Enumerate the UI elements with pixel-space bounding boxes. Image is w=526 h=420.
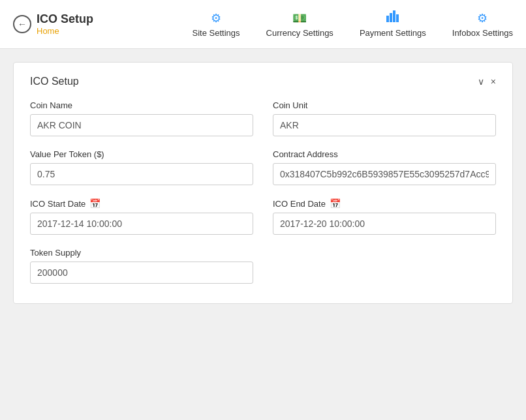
contract-address-input[interactable] xyxy=(273,163,496,185)
contract-address-label: Contract Address xyxy=(273,149,496,159)
ico-start-date-label: ICO Start Date 📅 xyxy=(30,198,253,209)
svg-rect-1 xyxy=(390,13,392,22)
coin-unit-label: Coin Unit xyxy=(273,100,496,110)
ico-setup-card: ICO Setup ∨ × Coin Name Coin Unit Value … xyxy=(13,62,513,304)
chart-icon xyxy=(386,10,399,25)
nav-infobox-settings[interactable]: ⚙ Infobox Settings xyxy=(452,11,513,38)
nav-payment-settings[interactable]: Payment Settings xyxy=(360,10,426,38)
ico-start-date-group: ICO Start Date 📅 xyxy=(30,198,253,235)
infobox-icon: ⚙ xyxy=(477,11,487,25)
coin-name-group: Coin Name xyxy=(30,100,253,136)
header: ← ICO Setup Home ⚙ Site Settings 💵 Curre… xyxy=(0,0,526,49)
ico-end-date-group: ICO End Date 📅 xyxy=(273,198,496,235)
form-grid: Coin Name Coin Unit Value Per Token ($) … xyxy=(30,100,496,284)
nav-payment-settings-label: Payment Settings xyxy=(360,28,426,38)
svg-rect-3 xyxy=(396,14,399,22)
header-title-group: ICO Setup Home xyxy=(37,12,93,36)
calendar-icon-end: 📅 xyxy=(330,198,341,209)
coin-name-input[interactable] xyxy=(30,114,253,136)
token-supply-group: Token Supply xyxy=(30,248,253,284)
ico-start-date-input[interactable] xyxy=(30,213,253,235)
nav-site-settings[interactable]: ⚙ Site Settings xyxy=(193,11,240,38)
token-supply-label: Token Supply xyxy=(30,248,253,258)
header-nav: ⚙ Site Settings 💵 Currency Settings Paym… xyxy=(193,10,513,38)
ico-end-date-label: ICO End Date 📅 xyxy=(273,198,496,209)
back-icon: ← xyxy=(18,19,27,29)
header-left: ← ICO Setup Home xyxy=(13,12,93,36)
collapse-button[interactable]: ∨ xyxy=(478,76,484,87)
coin-unit-group: Coin Unit xyxy=(273,100,496,136)
ico-end-date-input[interactable] xyxy=(273,213,496,235)
value-per-token-input[interactable] xyxy=(30,163,253,185)
nav-currency-settings-label: Currency Settings xyxy=(266,28,333,38)
card-title: ICO Setup xyxy=(30,76,79,87)
svg-rect-2 xyxy=(393,10,395,22)
svg-rect-0 xyxy=(386,16,389,22)
card-controls: ∨ × xyxy=(478,76,496,87)
coin-name-label: Coin Name xyxy=(30,100,253,110)
token-supply-input[interactable] xyxy=(30,262,253,284)
page-title: ICO Setup xyxy=(37,12,93,26)
currency-icon: 💵 xyxy=(292,11,307,25)
gear-icon: ⚙ xyxy=(211,11,221,25)
nav-currency-settings[interactable]: 💵 Currency Settings xyxy=(266,11,333,38)
card-header: ICO Setup ∨ × xyxy=(30,76,496,87)
back-button[interactable]: ← xyxy=(13,15,31,33)
breadcrumb[interactable]: Home xyxy=(37,26,93,36)
value-per-token-group: Value Per Token ($) xyxy=(30,149,253,185)
nav-infobox-settings-label: Infobox Settings xyxy=(452,28,513,38)
close-button[interactable]: × xyxy=(491,76,496,87)
main-content: ICO Setup ∨ × Coin Name Coin Unit Value … xyxy=(0,49,526,317)
coin-unit-input[interactable] xyxy=(273,114,496,136)
contract-address-group: Contract Address xyxy=(273,149,496,185)
value-per-token-label: Value Per Token ($) xyxy=(30,149,253,159)
calendar-icon-start: 📅 xyxy=(89,198,101,209)
nav-site-settings-label: Site Settings xyxy=(193,28,240,38)
